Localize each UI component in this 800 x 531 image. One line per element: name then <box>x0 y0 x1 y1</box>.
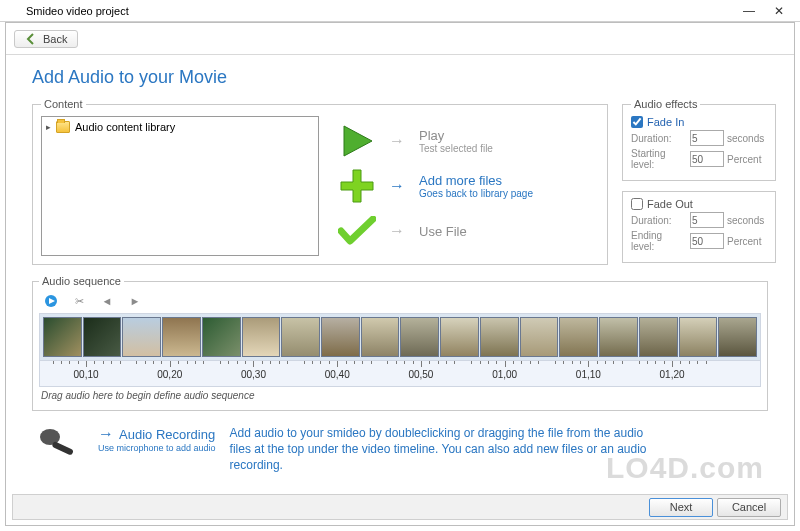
check-icon <box>337 212 377 250</box>
ruler-label: 01,00 <box>492 369 517 380</box>
play-action[interactable]: → Play Test selected file <box>337 122 533 160</box>
thumb[interactable] <box>122 317 161 357</box>
add-files-action[interactable]: → Add more files Goes back to library pa… <box>337 167 533 205</box>
library-root-label: Audio content library <box>75 121 175 133</box>
fadein-duration-label: Duration: <box>631 133 687 144</box>
thumb[interactable] <box>321 317 360 357</box>
audio-recording-link[interactable]: → Audio Recording Use microphone to add … <box>98 425 216 453</box>
seq-play-button[interactable] <box>43 293 59 309</box>
back-arrow-icon <box>25 33 37 45</box>
thumb[interactable] <box>559 317 598 357</box>
thumb[interactable] <box>43 317 82 357</box>
back-button[interactable]: Back <box>14 30 78 48</box>
tree-expand-icon[interactable]: ▸ <box>46 122 51 132</box>
arrow-icon: → <box>389 132 405 150</box>
seq-prev-button[interactable]: ◄ <box>99 293 115 309</box>
content-fieldset: Content ▸ Audio content library <box>32 98 608 265</box>
fadeout-level-input[interactable] <box>690 233 724 249</box>
fadein-level-unit: Percent <box>727 154 767 165</box>
add-sub: Goes back to library page <box>419 188 533 199</box>
thumb[interactable] <box>242 317 281 357</box>
arrow-icon: → <box>389 177 405 195</box>
audio-library-tree[interactable]: ▸ Audio content library <box>41 116 319 256</box>
play-icon <box>337 122 377 160</box>
thumb[interactable] <box>202 317 241 357</box>
thumb[interactable] <box>520 317 559 357</box>
play-title: Play <box>419 128 493 143</box>
add-title: Add more files <box>419 173 533 188</box>
ruler-label: 00,20 <box>157 369 182 380</box>
ruler-label: 00,10 <box>74 369 99 380</box>
ruler-label: 01,10 <box>576 369 601 380</box>
drop-hint: Drag audio here to begin define audio se… <box>39 387 761 404</box>
audio-effects-fieldset: Audio effects Fade In Duration: seconds … <box>622 98 776 181</box>
app-icon <box>6 4 20 18</box>
fadeout-label: Fade Out <box>647 198 693 210</box>
seq-next-button[interactable]: ► <box>127 293 143 309</box>
play-sub: Test selected file <box>419 143 493 154</box>
recording-title: Audio Recording <box>119 427 215 442</box>
cancel-button[interactable]: Cancel <box>717 498 781 517</box>
thumb[interactable] <box>361 317 400 357</box>
thumb[interactable] <box>281 317 320 357</box>
effects-legend: Audio effects <box>631 98 700 110</box>
titlebar: Smideo video project ― ✕ <box>0 0 800 22</box>
fadeout-duration-label: Duration: <box>631 215 687 226</box>
arrow-icon: → <box>98 425 114 442</box>
fadeout-checkbox[interactable] <box>631 198 643 210</box>
thumb[interactable] <box>162 317 201 357</box>
fadeout-level-label: Ending level: <box>631 230 687 252</box>
svg-marker-0 <box>344 126 372 156</box>
thumb[interactable] <box>718 317 757 357</box>
next-button[interactable]: Next <box>649 498 713 517</box>
sequence-legend: Audio sequence <box>39 275 124 287</box>
fadein-label: Fade In <box>647 116 684 128</box>
close-button[interactable]: ✕ <box>764 4 794 18</box>
recording-description: Add audio to your smideo by doubleclicki… <box>230 425 660 474</box>
svg-rect-4 <box>51 441 73 456</box>
fadein-duration-unit: seconds <box>727 133 767 144</box>
folder-icon <box>56 121 70 133</box>
fadeout-duration-unit: seconds <box>727 215 767 226</box>
page-title: Add Audio to your Movie <box>32 67 768 88</box>
use-file-action[interactable]: → Use File <box>337 212 533 250</box>
ruler-label: 00,30 <box>241 369 266 380</box>
ruler-label: 00,40 <box>325 369 350 380</box>
footer-bar: Next Cancel <box>12 494 788 520</box>
thumb[interactable] <box>83 317 122 357</box>
plus-icon <box>337 167 377 205</box>
fadeout-fieldset: Fade Out Duration: seconds Ending level:… <box>622 191 776 263</box>
seq-cut-button[interactable]: ✂ <box>71 293 87 309</box>
fadein-checkbox[interactable] <box>631 116 643 128</box>
fadein-level-input[interactable] <box>690 151 724 167</box>
thumb[interactable] <box>599 317 638 357</box>
audio-sequence-fieldset: Audio sequence ✂ ◄ ► 00,1000,2000,3000,4… <box>32 275 768 411</box>
minimize-button[interactable]: ― <box>734 4 764 18</box>
window-title: Smideo video project <box>26 5 129 17</box>
fadeout-level-unit: Percent <box>727 236 767 247</box>
fadein-toggle[interactable]: Fade In <box>631 116 767 128</box>
thumb[interactable] <box>400 317 439 357</box>
fadein-level-label: Starting level: <box>631 148 687 170</box>
thumb[interactable] <box>440 317 479 357</box>
thumbnail-strip[interactable] <box>39 313 761 361</box>
back-label: Back <box>43 33 67 45</box>
ruler-label: 01,20 <box>660 369 685 380</box>
ruler-label: 00,50 <box>408 369 433 380</box>
microphone-icon <box>36 425 84 465</box>
sequence-toolbar: ✂ ◄ ► <box>39 291 761 313</box>
fadeout-duration-input[interactable] <box>690 212 724 228</box>
fadeout-toggle[interactable]: Fade Out <box>631 198 767 210</box>
timeline-ruler[interactable]: 00,1000,2000,3000,4000,5001,0001,1001,20 <box>39 361 761 387</box>
content-legend: Content <box>41 98 86 110</box>
library-root-item[interactable]: ▸ Audio content library <box>46 121 314 133</box>
arrow-icon: → <box>389 222 405 240</box>
use-title: Use File <box>419 224 467 239</box>
thumb[interactable] <box>679 317 718 357</box>
thumb[interactable] <box>639 317 678 357</box>
recording-sub: Use microphone to add audio <box>98 443 216 453</box>
toolbar: Back <box>6 23 794 55</box>
fadein-duration-input[interactable] <box>690 130 724 146</box>
thumb[interactable] <box>480 317 519 357</box>
